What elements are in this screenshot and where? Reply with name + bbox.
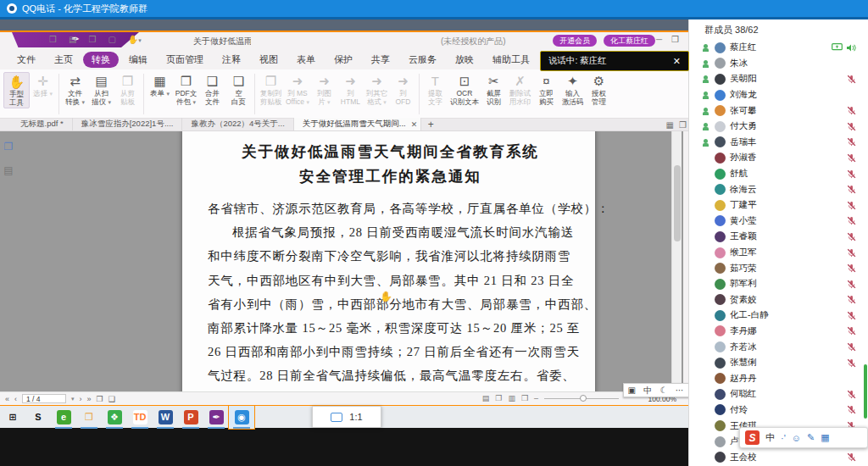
member-row[interactable]: 徐海云 [689,181,868,197]
document-area[interactable]: 关于做好低温雨雪天气期间全省教育系统安全管理工作的紧急通知各省辖市、济源示范区教… [0,131,683,391]
vip-button[interactable]: 开通会员 [553,35,597,47]
member-row[interactable]: 吴朝阳 [689,71,868,87]
member-row[interactable]: 李丹娜 [689,324,868,340]
new-tab-button[interactable]: + [421,119,441,130]
split-view-icon[interactable]: ❒ [521,394,528,402]
account-button[interactable]: 化工蔡庄红 [604,35,655,47]
member-row[interactable]: 缑卫军 [689,245,868,261]
screenshot-ocr-button[interactable]: ✂截屏 识别 [481,72,507,107]
first-page-icon[interactable]: « [5,395,9,403]
print-icon[interactable]: ❐ [88,35,96,44]
from-scanner-button[interactable]: ▤从扫 描仪 ▾ [88,72,114,108]
sogou-app[interactable]: S [25,406,51,429]
member-row[interactable]: 付大勇 [689,119,868,135]
member-row[interactable]: 王睿颖 [689,229,868,245]
blank-page-button[interactable]: ❏空 白页 [225,72,252,107]
ime-glyph[interactable]: ⋯ [676,386,684,395]
doc-tab-3[interactable]: 关于做好低温雨雪天气期间...✕ [294,118,421,130]
hand-tool-button[interactable]: ✋手型 工具 [3,72,30,108]
green-app[interactable]: ❖ [102,406,127,429]
tencent-meeting[interactable]: ◉ [229,406,254,429]
single-view-icon[interactable]: ▤ [482,394,490,402]
members-scrollbar-thumb[interactable] [864,364,867,419]
ribbon-tab-2[interactable]: 转换 [83,52,119,68]
member-row[interactable]: 朱冰 [689,56,868,72]
member-row[interactable]: 丁建平 [689,197,868,214]
single-page-icon[interactable]: ❐ [97,395,103,403]
ribbon-tab-12[interactable]: 辅助工具 [484,52,538,68]
maximize-icon[interactable]: ❐ [671,35,679,44]
sogou-tool-1[interactable]: ·' [781,433,786,443]
member-row[interactable]: 贺素姣 [689,292,868,308]
ribbon-tab-6[interactable]: 视图 [251,52,287,68]
doc-tab-0[interactable]: 无标题.pdf * [12,118,73,130]
ribbon-tab-0[interactable]: 文件 [8,52,44,68]
document-scrollbar[interactable] [671,131,682,391]
ribbon-tab-4[interactable]: 页面管理 [158,52,212,68]
last-page-icon[interactable]: » [87,395,92,403]
sogou-logo[interactable]: S [745,430,760,445]
ribbon-tab-10[interactable]: 云服务 [400,52,445,68]
todesk[interactable]: TD [127,406,153,429]
sogou-tool-0[interactable]: 中 [765,431,775,444]
buy-now-button[interactable]: ¤立即 购买 [533,72,559,107]
license-manage-button[interactable]: ⚙授权 管理 [586,72,612,107]
open-icon[interactable]: ❒ [49,35,57,44]
ribbon-tab-9[interactable]: 共享 [363,52,398,68]
zoom-slider[interactable] [544,398,619,399]
toast-close-icon[interactable]: ✕ [673,56,681,67]
ime-glyph[interactable]: ☾ [660,386,668,395]
scrollbar-thumb[interactable] [674,165,681,241]
member-row[interactable]: 岳瑞丰 [689,135,868,151]
sogou-ime-bar[interactable]: S 中·'☺✎▦ [739,427,868,448]
activation-code-button[interactable]: ✦输入 激活码 [559,72,586,107]
tab-close-icon[interactable]: ✕ [411,120,418,129]
word[interactable]: W [153,406,178,429]
member-row[interactable]: 付玲 [689,402,868,419]
doc-tab-1[interactable]: 豫冰雪应指办[2022]1号.... [73,118,183,130]
ribbon-tab-1[interactable]: 主页 [46,52,81,68]
member-row[interactable]: 舒航 [689,166,868,182]
minimize-icon[interactable]: ─ [656,35,662,44]
bookmarks-panel-icon[interactable]: ❐ [4,141,14,153]
member-row[interactable]: 刘海龙 [689,87,868,103]
powerpoint[interactable]: P [178,406,203,429]
form-button[interactable]: ▦表单 ▾ [147,72,173,98]
page-number-input[interactable]: 1 / 4 [22,394,66,403]
book-view-icon[interactable]: ▥ [508,394,515,402]
facing-view-icon[interactable]: ❐ [495,394,502,402]
sogou-tool-2[interactable]: ☺ [792,433,801,443]
pdf-package-button[interactable]: ❒PDF文 件包 ▾ [173,72,199,108]
ribbon-tab-3[interactable]: 编辑 [120,52,156,68]
combine-files-button[interactable]: ❑合并 文件 [199,72,225,107]
member-row[interactable]: 张可攀 [689,103,868,119]
member-row[interactable]: 郭军利 [689,276,868,292]
member-row[interactable]: 张慧俐 [689,355,868,371]
share-scale-popup[interactable]: 1:1 [312,406,381,428]
member-row[interactable]: 茹巧荣 [689,260,868,276]
save-icon[interactable]: ▤ [69,35,76,44]
ocr-recognize-button[interactable]: ⊡OCR 识别文本 [448,72,481,107]
next-page-icon[interactable]: › [80,395,82,403]
member-row[interactable]: 孙淑香 [689,150,868,166]
page-dropdown-icon[interactable]: ▾ [71,396,75,402]
member-row[interactable]: 何聪红 [689,386,868,402]
continuous-page-icon[interactable]: ❑ [108,395,115,403]
prev-page-icon[interactable]: ‹ [14,395,17,403]
zoom-slider-knob[interactable] [580,395,587,402]
thumbnails-panel-icon[interactable]: ▤ [3,164,13,176]
ime-glyph[interactable]: 中 [643,385,652,397]
member-row[interactable]: 化工-白静 [689,308,868,324]
file-explorer[interactable]: ❒ [76,406,102,429]
sogou-tool-4[interactable]: ▦ [821,432,829,443]
ribbon-tab-5[interactable]: 注释 [214,52,249,68]
member-row[interactable]: 齐若冰 [689,339,868,355]
member-row[interactable]: 黄小莹 [689,214,868,230]
ribbon-tab-8[interactable]: 保护 [326,52,361,68]
sogou-tool-3[interactable]: ✎ [807,432,815,443]
file-convert-button[interactable]: ⇄文件 转换 ▾ [62,72,88,108]
doc-tab-2[interactable]: 豫教办（2022）4号关于... [182,118,293,130]
hand-cursor-icon[interactable]: ✋▾ [128,35,142,44]
member-row[interactable]: 赵丹丹 [689,370,868,386]
member-row[interactable]: 蔡庄红 [689,40,868,56]
